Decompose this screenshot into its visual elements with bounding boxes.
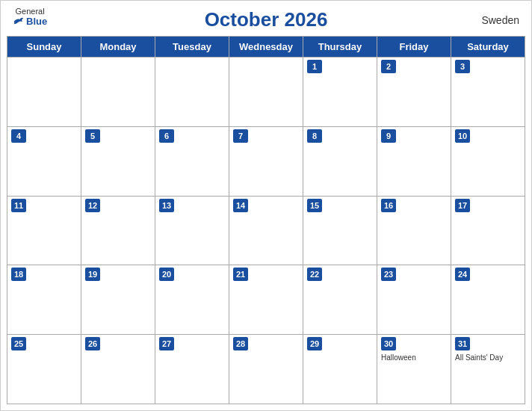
week-row-2: 11121314151617	[7, 197, 525, 266]
day-cell: 26	[81, 335, 155, 404]
day-number: 11	[11, 199, 26, 212]
day-number: 31	[455, 337, 470, 350]
day-number: 25	[11, 337, 26, 350]
day-cell: 15	[303, 197, 377, 266]
day-cell: 18	[7, 265, 81, 335]
day-number: 6	[159, 129, 174, 143]
day-cell	[7, 58, 81, 127]
day-header-sunday: Sunday	[7, 37, 81, 58]
day-cell: 24	[451, 265, 525, 335]
day-cell: 30Halloween	[377, 335, 451, 404]
day-header-tuesday: Tuesday	[155, 37, 229, 58]
day-header-saturday: Saturday	[451, 37, 525, 58]
calendar-header: General Blue October 2026 Sweden	[1, 1, 531, 36]
day-cell: 27	[155, 335, 229, 404]
day-number: 3	[455, 60, 470, 73]
day-header-monday: Monday	[81, 37, 155, 58]
day-number: 5	[85, 129, 100, 143]
day-number: 2	[381, 60, 396, 73]
week-row-4: 252627282930Halloween31All Saints' Day	[7, 335, 525, 404]
day-number: 23	[381, 268, 396, 281]
day-cell: 13	[155, 197, 229, 266]
day-cell: 28	[229, 335, 303, 404]
event-label: All Saints' Day	[455, 353, 521, 362]
day-cell: 31All Saints' Day	[451, 335, 525, 404]
day-cell: 12	[81, 197, 155, 266]
day-number: 29	[307, 337, 322, 350]
day-cell: 9	[377, 127, 451, 197]
day-number: 14	[233, 199, 248, 212]
day-cell: 20	[155, 265, 229, 335]
day-cell: 5	[81, 127, 155, 197]
day-number: 21	[233, 268, 248, 281]
day-cell: 22	[303, 265, 377, 335]
day-number: 30	[381, 337, 396, 350]
day-number: 27	[159, 337, 174, 350]
week-row-0: 123	[7, 58, 525, 127]
day-cell: 1	[303, 58, 377, 127]
day-number: 22	[307, 268, 322, 281]
day-cell: 29	[303, 335, 377, 404]
day-cell	[229, 58, 303, 127]
week-row-3: 18192021222324	[7, 265, 525, 335]
day-number: 7	[233, 129, 248, 143]
day-cell: 11	[7, 197, 81, 266]
day-number: 15	[307, 199, 322, 212]
weeks-container: 1234567891011121314151617181920212223242…	[7, 58, 525, 404]
day-cell: 6	[155, 127, 229, 197]
day-number: 13	[159, 199, 174, 212]
day-number: 4	[11, 129, 26, 143]
day-number: 19	[85, 268, 100, 281]
day-cell: 23	[377, 265, 451, 335]
country-label: Sweden	[481, 14, 519, 26]
day-cell: 17	[451, 197, 525, 266]
day-cell: 19	[81, 265, 155, 335]
calendar-title: October 2026	[205, 8, 328, 31]
day-number: 9	[381, 129, 396, 143]
logo-general: General	[16, 7, 45, 16]
event-label: Halloween	[381, 353, 447, 362]
day-headers-row: SundayMondayTuesdayWednesdayThursdayFrid…	[7, 37, 525, 58]
day-number: 24	[455, 268, 470, 281]
day-number: 10	[455, 129, 470, 143]
day-number: 1	[307, 60, 322, 73]
day-cell: 2	[377, 58, 451, 127]
day-cell: 8	[303, 127, 377, 197]
calendar-grid: SundayMondayTuesdayWednesdayThursdayFrid…	[7, 36, 525, 404]
day-cell: 25	[7, 335, 81, 404]
day-cell: 21	[229, 265, 303, 335]
logo-blue: Blue	[13, 16, 47, 27]
logo: General Blue	[13, 7, 47, 27]
calendar: General Blue October 2026 Sweden SundayM…	[0, 0, 532, 411]
day-cell: 10	[451, 127, 525, 197]
day-cell: 16	[377, 197, 451, 266]
day-cell: 4	[7, 127, 81, 197]
day-cell: 7	[229, 127, 303, 197]
day-cell: 3	[451, 58, 525, 127]
day-number: 16	[381, 199, 396, 212]
day-number: 26	[85, 337, 100, 350]
day-cell	[155, 58, 229, 127]
day-header-friday: Friday	[377, 37, 451, 58]
day-number: 8	[307, 129, 322, 143]
day-number: 28	[233, 337, 248, 350]
day-header-wednesday: Wednesday	[229, 37, 303, 58]
day-number: 18	[11, 268, 26, 281]
day-header-thursday: Thursday	[303, 37, 377, 58]
day-cell	[81, 58, 155, 127]
week-row-1: 45678910	[7, 127, 525, 197]
day-number: 12	[85, 199, 100, 212]
day-number: 20	[159, 268, 174, 281]
logo-bird-icon	[13, 16, 25, 27]
day-cell: 14	[229, 197, 303, 266]
day-number: 17	[455, 199, 470, 212]
